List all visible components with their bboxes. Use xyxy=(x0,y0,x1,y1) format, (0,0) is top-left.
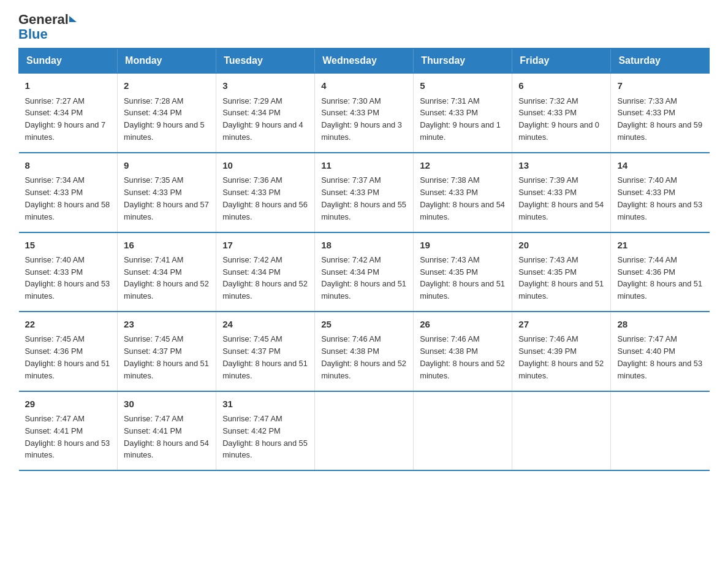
week-row-3: 15 Sunrise: 7:40 AM Sunset: 4:33 PM Dayl… xyxy=(19,232,710,312)
sunset-line: Sunset: 4:33 PM xyxy=(25,267,83,277)
day-cell-18: 18 Sunrise: 7:42 AM Sunset: 4:34 PM Dayl… xyxy=(315,232,414,312)
day-number: 26 xyxy=(420,317,506,331)
sunrise-line: Sunrise: 7:46 AM xyxy=(420,334,479,343)
sunset-line: Sunset: 4:34 PM xyxy=(124,267,182,277)
sunset-line: Sunset: 4:35 PM xyxy=(420,267,478,277)
day-number: 18 xyxy=(321,238,407,252)
sunrise-line: Sunrise: 7:40 AM xyxy=(617,175,677,185)
day-number: 2 xyxy=(124,79,210,93)
day-cell-9: 9 Sunrise: 7:35 AM Sunset: 4:33 PM Dayli… xyxy=(118,153,216,232)
day-number: 23 xyxy=(124,317,210,331)
sunset-line: Sunset: 4:33 PM xyxy=(222,188,281,197)
day-cell-19: 19 Sunrise: 7:43 AM Sunset: 4:35 PM Dayl… xyxy=(414,232,512,312)
daylight-line: Daylight: 9 hours and 0 minutes. xyxy=(518,120,599,142)
daylight-line: Daylight: 8 hours and 51 minutes. xyxy=(25,359,110,380)
day-cell-25: 25 Sunrise: 7:46 AM Sunset: 4:38 PM Dayl… xyxy=(315,312,414,391)
sunset-line: Sunset: 4:33 PM xyxy=(518,108,577,117)
day-number: 6 xyxy=(518,79,604,93)
empty-cell-4-4 xyxy=(414,391,512,471)
sunrise-line: Sunrise: 7:28 AM xyxy=(124,96,183,105)
day-number: 22 xyxy=(25,317,112,331)
sunset-line: Sunset: 4:38 PM xyxy=(420,347,478,356)
sunrise-line: Sunrise: 7:31 AM xyxy=(420,96,479,105)
day-number: 17 xyxy=(222,238,308,252)
weekday-header-wednesday: Wednesday xyxy=(315,48,414,73)
day-cell-21: 21 Sunrise: 7:44 AM Sunset: 4:36 PM Dayl… xyxy=(611,232,710,312)
sunrise-line: Sunrise: 7:33 AM xyxy=(617,96,677,105)
daylight-line: Daylight: 8 hours and 51 minutes. xyxy=(617,279,702,301)
sunrise-line: Sunrise: 7:46 AM xyxy=(321,334,381,343)
sunset-line: Sunset: 4:33 PM xyxy=(124,188,182,197)
daylight-line: Daylight: 8 hours and 52 minutes. xyxy=(321,359,406,380)
daylight-line: Daylight: 8 hours and 52 minutes. xyxy=(420,359,505,380)
sunrise-line: Sunrise: 7:44 AM xyxy=(617,255,677,264)
day-cell-10: 10 Sunrise: 7:36 AM Sunset: 4:33 PM Dayl… xyxy=(216,153,315,232)
daylight-line: Daylight: 8 hours and 52 minutes. xyxy=(124,279,209,301)
day-number: 29 xyxy=(25,397,112,411)
empty-cell-4-3 xyxy=(315,391,414,471)
day-number: 5 xyxy=(420,79,506,93)
day-number: 7 xyxy=(617,79,703,93)
day-cell-23: 23 Sunrise: 7:45 AM Sunset: 4:37 PM Dayl… xyxy=(118,312,216,391)
day-number: 25 xyxy=(321,317,407,331)
day-number: 13 xyxy=(518,158,604,172)
daylight-line: Daylight: 9 hours and 3 minutes. xyxy=(321,120,402,142)
week-row-2: 8 Sunrise: 7:34 AM Sunset: 4:33 PM Dayli… xyxy=(19,153,710,232)
sunrise-line: Sunrise: 7:46 AM xyxy=(518,334,578,343)
day-number: 21 xyxy=(617,238,703,252)
day-number: 24 xyxy=(222,317,308,331)
sunrise-line: Sunrise: 7:41 AM xyxy=(124,255,183,264)
sunrise-line: Sunrise: 7:37 AM xyxy=(321,175,381,185)
daylight-line: Daylight: 8 hours and 54 minutes. xyxy=(518,200,604,221)
sunset-line: Sunset: 4:33 PM xyxy=(617,188,675,197)
weekday-header-monday: Monday xyxy=(118,48,216,73)
sunrise-line: Sunrise: 7:39 AM xyxy=(518,175,578,185)
sunrise-line: Sunrise: 7:38 AM xyxy=(420,175,479,185)
day-number: 9 xyxy=(124,158,210,172)
daylight-line: Daylight: 8 hours and 54 minutes. xyxy=(124,439,209,460)
page-header: General Blue General Blue xyxy=(18,12,710,42)
day-cell-31: 31 Sunrise: 7:47 AM Sunset: 4:42 PM Dayl… xyxy=(216,391,315,471)
sunset-line: Sunset: 4:34 PM xyxy=(321,267,379,277)
day-cell-15: 15 Sunrise: 7:40 AM Sunset: 4:33 PM Dayl… xyxy=(19,232,118,312)
sunrise-line: Sunrise: 7:43 AM xyxy=(420,255,479,264)
sunset-line: Sunset: 4:38 PM xyxy=(321,347,379,356)
day-number: 3 xyxy=(222,79,308,93)
day-cell-16: 16 Sunrise: 7:41 AM Sunset: 4:34 PM Dayl… xyxy=(118,232,216,312)
week-row-5: 29 Sunrise: 7:47 AM Sunset: 4:41 PM Dayl… xyxy=(19,391,710,471)
daylight-line: Daylight: 9 hours and 1 minute. xyxy=(420,120,501,142)
sunset-line: Sunset: 4:33 PM xyxy=(420,188,478,197)
day-number: 11 xyxy=(321,158,407,172)
sunset-line: Sunset: 4:35 PM xyxy=(518,267,577,277)
day-cell-20: 20 Sunrise: 7:43 AM Sunset: 4:35 PM Dayl… xyxy=(512,232,611,312)
day-cell-11: 11 Sunrise: 7:37 AM Sunset: 4:33 PM Dayl… xyxy=(315,153,414,232)
day-cell-30: 30 Sunrise: 7:47 AM Sunset: 4:41 PM Dayl… xyxy=(118,391,216,471)
sunset-line: Sunset: 4:33 PM xyxy=(420,108,478,117)
sunrise-line: Sunrise: 7:47 AM xyxy=(25,414,85,423)
sunrise-line: Sunrise: 7:45 AM xyxy=(25,334,85,343)
sunrise-line: Sunrise: 7:30 AM xyxy=(321,96,381,105)
day-number: 14 xyxy=(617,158,703,172)
sunrise-line: Sunrise: 7:32 AM xyxy=(518,96,578,105)
weekday-header-row: SundayMondayTuesdayWednesdayThursdayFrid… xyxy=(19,48,710,73)
sunset-line: Sunset: 4:41 PM xyxy=(124,426,182,435)
daylight-line: Daylight: 8 hours and 52 minutes. xyxy=(518,359,604,380)
sunset-line: Sunset: 4:36 PM xyxy=(617,267,675,277)
sunset-line: Sunset: 4:33 PM xyxy=(321,108,379,117)
day-number: 8 xyxy=(25,158,112,172)
day-number: 31 xyxy=(222,397,308,411)
sunset-line: Sunset: 4:34 PM xyxy=(222,267,281,277)
empty-cell-4-5 xyxy=(512,391,611,471)
day-cell-26: 26 Sunrise: 7:46 AM Sunset: 4:38 PM Dayl… xyxy=(414,312,512,391)
day-number: 20 xyxy=(518,238,604,252)
logo-general: General xyxy=(18,12,69,27)
daylight-line: Daylight: 8 hours and 53 minutes. xyxy=(25,439,110,460)
daylight-line: Daylight: 8 hours and 51 minutes. xyxy=(420,279,505,301)
sunrise-line: Sunrise: 7:40 AM xyxy=(25,255,85,264)
day-cell-28: 28 Sunrise: 7:47 AM Sunset: 4:40 PM Dayl… xyxy=(611,312,710,391)
weekday-header-sunday: Sunday xyxy=(19,48,118,73)
daylight-line: Daylight: 8 hours and 51 minutes. xyxy=(321,279,406,301)
day-number: 28 xyxy=(617,317,703,331)
day-cell-7: 7 Sunrise: 7:33 AM Sunset: 4:33 PM Dayli… xyxy=(611,73,710,153)
week-row-4: 22 Sunrise: 7:45 AM Sunset: 4:36 PM Dayl… xyxy=(19,312,710,391)
